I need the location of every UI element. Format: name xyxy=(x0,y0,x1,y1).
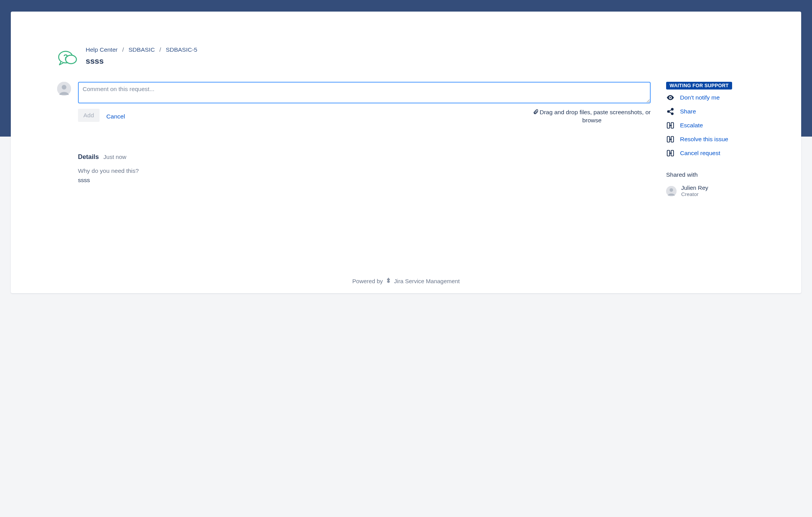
comment-input[interactable] xyxy=(78,82,651,103)
breadcrumb: Help Center / SDBASIC / SDBASIC-5 xyxy=(86,46,197,53)
breadcrumb-separator: / xyxy=(122,46,124,53)
action-resolve[interactable]: Resolve this issue xyxy=(666,135,755,137)
add-comment-button[interactable]: Add xyxy=(78,109,100,122)
action-dont-notify[interactable]: Don't notify me xyxy=(666,93,755,102)
transition-icon xyxy=(666,121,675,130)
status-badge: WAITING FOR SUPPORT xyxy=(666,82,732,90)
action-label: Share xyxy=(680,108,696,115)
action-label: Escalate xyxy=(680,122,703,129)
paperclip-icon xyxy=(533,109,539,116)
svg-rect-10 xyxy=(667,123,670,128)
action-label: Don't notify me xyxy=(680,94,720,101)
page-title: ssss xyxy=(86,56,197,66)
request-type-icon: ? xyxy=(57,46,79,68)
breadcrumb-separator: / xyxy=(159,46,161,53)
breadcrumb-issue-key[interactable]: SDBASIC-5 xyxy=(166,46,197,53)
action-share[interactable]: Share xyxy=(666,107,755,116)
dropzone-browse-link[interactable]: browse xyxy=(533,117,651,124)
attachment-dropzone[interactable]: Drag and drop files, paste screenshots, … xyxy=(533,109,651,124)
main-card: ? Help Center / SDBASIC / SDBASIC-5 ssss xyxy=(11,12,801,137)
share-icon xyxy=(666,107,675,116)
transition-icon xyxy=(666,135,675,137)
svg-line-8 xyxy=(669,110,672,111)
cancel-comment-link[interactable]: Cancel xyxy=(107,113,125,120)
eye-icon xyxy=(666,93,675,102)
svg-line-9 xyxy=(669,112,672,113)
dropzone-text-prefix: Drag and drop files, paste screenshots, … xyxy=(540,109,651,115)
request-header: ? Help Center / SDBASIC / SDBASIC-5 ssss xyxy=(57,46,755,68)
svg-text:?: ? xyxy=(63,53,68,61)
svg-point-4 xyxy=(62,85,66,90)
action-label: Resolve this issue xyxy=(680,136,728,137)
svg-point-7 xyxy=(672,113,673,115)
action-list: Don't notify me Share Escalate xyxy=(666,93,755,137)
svg-point-5 xyxy=(672,108,673,110)
breadcrumb-project[interactable]: SDBASIC xyxy=(129,46,155,53)
breadcrumb-help-center[interactable]: Help Center xyxy=(86,46,118,53)
current-user-avatar xyxy=(57,82,71,96)
svg-point-6 xyxy=(668,111,670,113)
action-escalate[interactable]: Escalate xyxy=(666,121,755,130)
comment-section: Add Cancel Drag and drop files, paste sc… xyxy=(57,82,651,124)
